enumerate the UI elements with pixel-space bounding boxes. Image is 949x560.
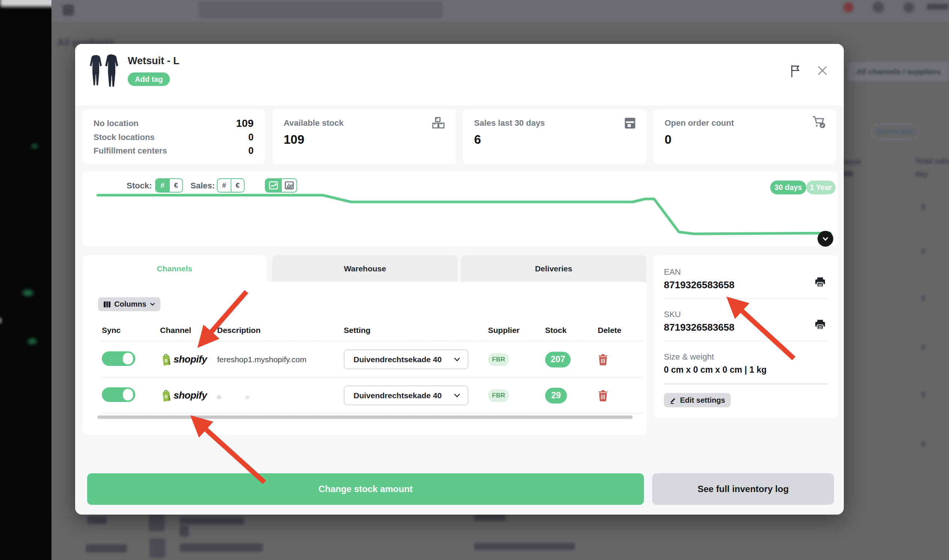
bg-cell-value: 0 — [921, 247, 925, 255]
stock-line-series — [98, 195, 830, 234]
bg-row-blob — [474, 514, 506, 521]
delete-trash-icon[interactable] — [598, 354, 608, 366]
ean-value: 8719326583658 — [664, 279, 735, 291]
stock-count-badge: 207 — [545, 352, 571, 368]
bg-cell-value: 0 — [921, 440, 925, 449]
divider — [664, 384, 828, 385]
product-image — [87, 54, 119, 88]
sidebar-green-indicator — [23, 290, 33, 296]
chevron-down-icon — [824, 238, 828, 240]
sales-toggle-label: Sales: — [190, 181, 215, 191]
horizontal-scrollbar[interactable] — [97, 415, 633, 419]
supplier-badge: FBR — [488, 389, 509, 402]
size-weight-label: Size & weight — [664, 352, 714, 362]
user-avatar — [904, 2, 914, 13]
range-30-days-button[interactable]: 30 days — [770, 180, 806, 194]
sales-count-toggle[interactable]: # — [218, 179, 231, 192]
col-header-setting: Setting — [344, 326, 488, 335]
print-sku-icon[interactable] — [815, 319, 826, 330]
sales-unit-toggle: # € — [217, 178, 245, 192]
menu-icon — [63, 5, 74, 16]
range-1-year-button[interactable]: 1 Year — [806, 180, 836, 194]
stock-count-toggle[interactable]: # — [156, 179, 169, 192]
sku-label: SKU — [664, 310, 681, 319]
chevron-down-icon — [454, 393, 460, 397]
product-detail-modal: Wetsuit - L Add tag No location 109 Stoc… — [75, 44, 844, 515]
bg-cell-value: 0 — [921, 203, 925, 211]
stat-value: 0 — [248, 145, 254, 156]
tab-warehouse[interactable]: Warehouse — [272, 255, 458, 282]
stat-card-open-orders: Open order count 0 — [653, 109, 836, 164]
svg-text:s: s — [164, 392, 168, 399]
col-header-supplier: Supplier — [488, 326, 545, 335]
see-full-inventory-log-button[interactable]: See full inventory log — [652, 473, 834, 505]
col-header-sync: Sync — [102, 326, 160, 335]
sales-currency-toggle[interactable]: € — [231, 179, 244, 192]
col-header-channel: Channel — [160, 326, 217, 335]
size-weight-value: 0 cm x 0 cm x 0 cm | 1 kg — [664, 365, 767, 375]
stat-value: 0 — [665, 132, 671, 147]
bg-cell-value: 0 — [921, 390, 925, 399]
shopify-bag-icon: s — [160, 352, 171, 366]
shopify-wordmark: shopify — [174, 389, 207, 401]
stat-value: 0 — [248, 132, 254, 143]
bell-icon — [873, 2, 884, 13]
tab-deliveries[interactable]: Deliveries — [461, 255, 646, 282]
chart-type-toggle — [265, 178, 297, 192]
bg-row-blob — [87, 517, 107, 524]
stat-card-locations: No location 109 Stock locations 0 Fulfil… — [82, 109, 265, 164]
channel-shopify-logo: s shopify — [160, 388, 217, 402]
chevron-down-icon — [454, 357, 460, 362]
notification-badge — [843, 2, 853, 12]
stock-toggle-label: Stock: — [127, 181, 152, 191]
tab-channels[interactable]: Channels — [83, 255, 266, 282]
calendar-icon — [624, 116, 636, 129]
divider — [664, 341, 828, 341]
setting-location-select[interactable]: Duivendrechtsekade 40 — [344, 385, 469, 405]
stock-chart-card: Stock: # € Sales: # € 30 da — [82, 172, 838, 246]
change-stock-amount-button[interactable]: Change stock amount — [87, 473, 644, 505]
channel-shopify-logo: s shopify — [160, 352, 217, 366]
table-row: s shopify Duivendrechtsekade 40 FBR 29 — [102, 377, 643, 414]
bg-search-input — [199, 2, 442, 18]
flag-icon[interactable] — [790, 64, 802, 78]
stat-label: Stock locations — [94, 132, 155, 142]
columns-icon — [103, 301, 111, 308]
columns-button[interactable]: Columns — [98, 297, 160, 311]
bg-row-blob — [86, 544, 127, 552]
line-chart-icon[interactable] — [265, 179, 281, 192]
setting-location-select[interactable]: Duivendrechtsekade 40 — [344, 349, 469, 369]
bg-col-header-stock: stock — [841, 158, 861, 166]
stock-currency-toggle[interactable]: € — [169, 179, 182, 192]
delete-trash-icon[interactable] — [598, 389, 608, 402]
sidebar-green-indicator — [28, 338, 37, 344]
add-tag-button[interactable]: Add tag — [128, 72, 170, 86]
divider — [664, 298, 828, 299]
modal-header: Wetsuit - L Add tag — [75, 44, 844, 106]
sync-toggle[interactable] — [102, 351, 135, 366]
bg-row-thumb — [150, 538, 165, 558]
stat-label: No location — [94, 118, 139, 128]
bg-search-chip: Search (1/1) — [871, 124, 920, 140]
bg-row-blob — [180, 525, 188, 537]
stat-label: Available stock — [284, 118, 343, 128]
stat-card-sales: Sales last 30 days 6 — [463, 109, 647, 164]
svg-text:s: s — [164, 357, 168, 363]
bar-chart-icon[interactable] — [281, 179, 296, 192]
pencil-icon — [670, 397, 677, 404]
sync-toggle[interactable] — [102, 387, 135, 402]
setting-selected-value: Duivendrechtsekade 40 — [353, 391, 442, 400]
close-icon[interactable] — [816, 64, 829, 77]
table-header-row: Sync Channel Description Setting Supplie… — [102, 324, 643, 337]
bg-row-thumb — [149, 514, 165, 531]
sidebar-green-indicator — [32, 144, 37, 148]
col-header-description: Description — [217, 326, 344, 335]
print-ean-icon[interactable] — [815, 277, 826, 288]
channels-panel: Columns Sync Channel Description Setting… — [83, 282, 647, 435]
expand-chart-button[interactable] — [818, 231, 833, 246]
edit-settings-button[interactable]: Edit settings — [664, 393, 731, 407]
user-name-blob — [927, 4, 949, 10]
app-sidebar — [0, 0, 51, 560]
edit-settings-label: Edit settings — [680, 396, 725, 405]
shopify-wordmark: shopify — [174, 354, 207, 365]
